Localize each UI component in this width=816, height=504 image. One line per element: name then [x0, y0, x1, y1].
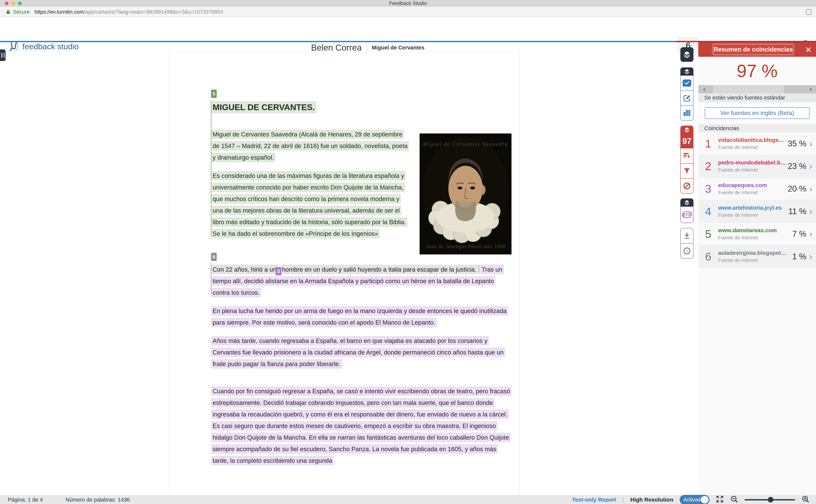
match-badge-3[interactable]: 3: [276, 267, 281, 275]
chevron-left-icon: ‹: [703, 85, 705, 93]
source-percent: 1 %: [792, 252, 806, 261]
document-title: MIGUEL DE CERVANTES.: [211, 101, 511, 114]
filters-button[interactable]: [681, 163, 693, 178]
source-row[interactable]: 4 www.artehistoria.jcyl.esFuente de Inte…: [698, 200, 816, 223]
chevron-right-icon[interactable]: ›: [809, 230, 812, 238]
chevron-right-icon[interactable]: ›: [809, 184, 812, 193]
logo-text: feedback studio: [22, 42, 79, 51]
erater-layers-header[interactable]: [680, 198, 694, 207]
browser-extension-icon[interactable]: [806, 9, 812, 15]
view-english-sources-button[interactable]: Ver fuentes en inglés (Beta): [705, 107, 809, 119]
download-button[interactable]: [681, 228, 693, 243]
source-type: Fuente de Internet: [718, 144, 788, 150]
source-row[interactable]: 5 www.dametareas.comFuente de Internet 7…: [698, 223, 816, 245]
match-badge-6[interactable]: 6: [211, 253, 217, 261]
zoom-in-button[interactable]: [801, 495, 810, 504]
source-link[interactable]: pedro-mundodebabel.b…: [718, 159, 788, 166]
layers-icon: [684, 69, 690, 74]
grading-tools: [680, 76, 694, 121]
high-resolution-toggle[interactable]: Activado: [680, 495, 710, 504]
similarity-tool-group: 97: [680, 126, 694, 194]
matched-text-green[interactable]: Miguel de Cervantes Saavedra (Alcalá de …: [211, 130, 409, 162]
secure-label: Secure: [13, 9, 30, 15]
zoom-slider[interactable]: [745, 499, 795, 500]
match-badge-row: 6: [211, 251, 511, 262]
doc-paragraph: Años más tarde, cuando regresaba a Españ…: [211, 335, 511, 370]
matched-text-purple[interactable]: Años más tarde, cuando regresaba a Españ…: [211, 336, 505, 369]
window-title: Feedback Studio: [0, 1, 816, 6]
url-path: /app/carta/es/?lang=es&o=982891499&s=3&u…: [84, 9, 223, 15]
source-row[interactable]: 3 educapeques.comFuente de Internet 20 %…: [698, 178, 816, 200]
source-type: Fuente de Internet: [718, 212, 788, 218]
word-count: Número de palabras: 1436: [66, 497, 130, 503]
grading-layers-header[interactable]: [680, 67, 694, 76]
ets-erater-button[interactable]: ETS: [681, 207, 693, 223]
source-row[interactable]: 6 auladevirginia.blogspot…Fuente de Inte…: [698, 245, 816, 268]
scroll-left-button[interactable]: ‹: [703, 85, 705, 93]
source-number: 2: [698, 160, 718, 173]
match-badge-5[interactable]: 5: [211, 90, 217, 98]
zoom-out-icon: [730, 495, 738, 503]
thumbnail-drawer-handle[interactable]: [0, 49, 6, 61]
zoom-slider-thumb[interactable]: [768, 497, 773, 503]
header-border-blue: [0, 41, 675, 42]
checkmark-icon: [683, 80, 691, 87]
doc-paragraph: Con 22 años, hirió a un3hombre en un due…: [211, 264, 511, 298]
overall-score-area: 97 %: [698, 57, 816, 85]
fullscreen-button[interactable]: [716, 495, 724, 504]
divider: |: [623, 497, 624, 503]
source-number: 5: [698, 228, 718, 240]
text-only-report-link[interactable]: Text-only Report: [572, 497, 616, 503]
match-score: 97: [683, 136, 692, 146]
scrollbar-thumb[interactable]: [713, 85, 784, 93]
source-row[interactable]: 1 vidacotidianitica.blogs…Fuente de Inte…: [698, 132, 816, 155]
close-panel-button[interactable]: ×: [805, 44, 812, 55]
lock-icon[interactable]: [6, 9, 11, 15]
matched-text-green[interactable]: MIGUEL DE CERVANTES.: [211, 101, 317, 113]
matched-text-gray[interactable]: hombre en un duelo y salió huyendo a Ita…: [281, 265, 478, 274]
comment-button[interactable]: [681, 91, 693, 105]
excluded-sources-button[interactable]: [681, 178, 693, 193]
scroll-right-button[interactable]: ›: [810, 85, 812, 93]
chevron-right-icon[interactable]: ›: [809, 139, 812, 148]
source-row[interactable]: 2 pedro-mundodebabel.b…Fuente de Interne…: [698, 155, 816, 178]
layers-icon: [684, 127, 690, 133]
url-field[interactable]: https://ev.turnitin.com/app/carta/es/?la…: [35, 9, 223, 15]
source-percent: 23 %: [788, 161, 806, 171]
source-link[interactable]: www.artehistoria.jcyl.es: [718, 205, 788, 211]
chevron-right-icon[interactable]: ›: [809, 162, 812, 170]
match-overview-button[interactable]: 97: [680, 134, 694, 148]
source-type: Fuente de Internet: [718, 190, 788, 195]
chevron-right-icon[interactable]: ›: [809, 207, 812, 216]
exclude-icon: [683, 182, 691, 190]
header-border-red: [675, 41, 816, 42]
doc-paragraph: Cuando por fin consiguió regresar a Espa…: [211, 385, 511, 466]
source-link[interactable]: educapeques.com: [718, 182, 788, 188]
source-scroll-bar[interactable]: ‹ ›: [698, 85, 816, 93]
source-link[interactable]: auladevirginia.blogspot…: [718, 250, 792, 256]
active-layers-button[interactable]: [680, 47, 694, 62]
side-toolbar: 97: [680, 47, 694, 259]
app-header: feedback studio Belen Correa Miguel de C…: [0, 18, 816, 41]
chevron-right-icon[interactable]: ›: [809, 252, 812, 261]
matched-text-gray[interactable]: Con 22 años, hirió a un: [211, 265, 278, 274]
source-link[interactable]: vidacotidianitica.blogs…: [718, 137, 788, 143]
matched-text-purple[interactable]: En plena lucha fue herido por un arma de…: [211, 306, 508, 327]
zoom-out-button[interactable]: [730, 495, 738, 504]
source-link[interactable]: www.dametareas.com: [718, 227, 792, 234]
edit-icon: [683, 94, 691, 102]
all-sources-button[interactable]: [681, 148, 693, 163]
browser-urlbar: Secure https://ev.turnitin.com/app/carta…: [0, 7, 816, 17]
document-page: 5 MIGUEL DE CERVANTES. Miguel de Ceruant…: [169, 52, 519, 495]
similarity-layers-header[interactable]: [680, 126, 694, 134]
quickmark-grid-button[interactable]: [681, 105, 693, 120]
quickmark-check-button[interactable]: [681, 76, 693, 91]
english-sources-area: Ver fuentes en inglés (Beta): [698, 102, 816, 124]
match-badge-row: 5: [211, 88, 511, 99]
source-percent: 35 %: [788, 139, 806, 148]
info-button[interactable]: i: [681, 243, 693, 258]
matched-text-green[interactable]: Es considerado una de las máximas figura…: [211, 171, 407, 238]
matched-text-purple[interactable]: Cuando por fin consiguió regresar a Espa…: [211, 386, 511, 465]
chevron-right-icon: ›: [810, 85, 812, 93]
status-bar: Página: 1 de 4 Número de palabras: 1436 …: [0, 495, 816, 504]
